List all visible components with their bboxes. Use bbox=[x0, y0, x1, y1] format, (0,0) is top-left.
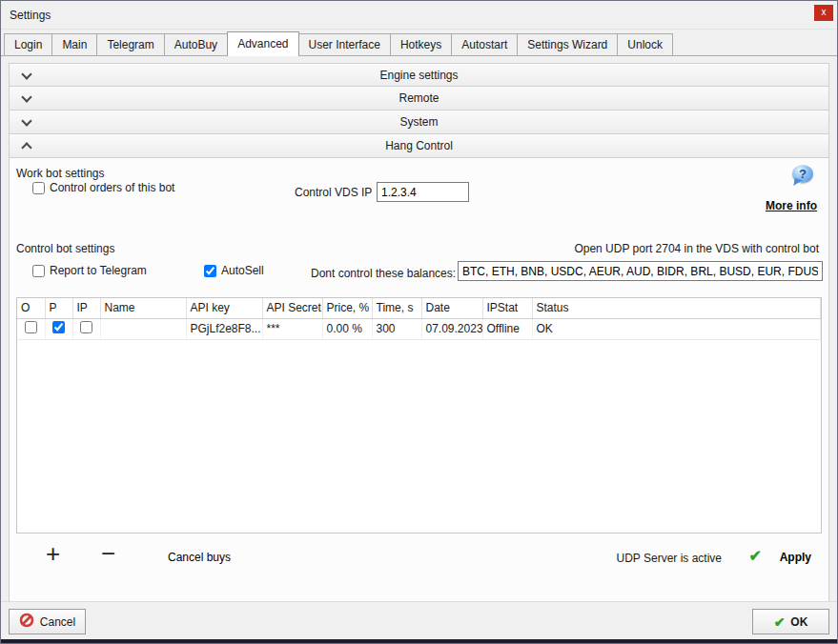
cell-api-secret: *** bbox=[262, 318, 322, 339]
column-header-price[interactable]: Price, % bbox=[322, 298, 372, 318]
control-vds-ip-label: Control VDS IP bbox=[295, 186, 372, 199]
section-header-hang-control[interactable]: Hang Control bbox=[9, 134, 829, 158]
hang-control-panel: Work bot settings Control orders of this… bbox=[9, 158, 829, 603]
dialog-button-bar: Cancel ✔ OK bbox=[1, 601, 837, 643]
column-header-ipstat[interactable]: IPStat bbox=[482, 298, 532, 318]
cell-name bbox=[100, 318, 186, 339]
control-orders-checkbox[interactable] bbox=[32, 182, 45, 194]
udp-port-note: Open UDP port 2704 in the VDS with contr… bbox=[574, 242, 819, 255]
window-title: Settings bbox=[10, 9, 51, 22]
cell-api-key: PGjLf2e8F8... bbox=[186, 318, 262, 339]
question-glyph: ? bbox=[799, 167, 807, 181]
control-vds-ip-input[interactable] bbox=[377, 182, 469, 202]
column-header-name[interactable]: Name bbox=[100, 298, 186, 318]
row-p-checkbox[interactable] bbox=[52, 321, 65, 333]
column-header-status[interactable]: Status bbox=[532, 298, 821, 318]
column-header-ip[interactable]: IP bbox=[72, 298, 100, 318]
udp-server-status-text: UDP Server is active bbox=[617, 552, 722, 565]
section-header-system[interactable]: System bbox=[9, 111, 829, 134]
column-header-date[interactable]: Date bbox=[421, 298, 482, 318]
section-label: Hang Control bbox=[385, 139, 453, 152]
cancel-button[interactable]: Cancel bbox=[9, 609, 86, 634]
close-button[interactable]: x bbox=[814, 5, 833, 21]
autosell-checkbox[interactable] bbox=[204, 265, 216, 277]
ok-button-label: OK bbox=[790, 615, 807, 629]
settings-sections: Engine settings Remote System Hang Contr… bbox=[9, 63, 829, 603]
chevron-down-icon bbox=[21, 91, 31, 102]
help-icon[interactable]: ? bbox=[792, 165, 813, 183]
autosell-option: AutoSell bbox=[204, 264, 264, 277]
section-label: System bbox=[399, 115, 438, 129]
control-bots-table: O P IP Name API key API Secret Price, % … bbox=[16, 297, 822, 533]
report-to-telegram-checkbox[interactable] bbox=[32, 265, 45, 277]
settings-window: Settings x Login Main Telegram AutoBuy A… bbox=[0, 0, 838, 644]
balances-label: Dont control these balances: bbox=[311, 267, 456, 280]
more-info-link[interactable]: More info bbox=[766, 199, 817, 212]
window-bottom-edge bbox=[1, 639, 837, 643]
ok-check-icon: ✔ bbox=[774, 614, 786, 630]
section-label: Remote bbox=[399, 91, 439, 105]
cancel-button-label: Cancel bbox=[40, 615, 75, 629]
report-to-telegram-option: Report to Telegram bbox=[32, 264, 147, 277]
chevron-down-icon bbox=[21, 115, 31, 126]
tab-login[interactable]: Login bbox=[4, 33, 52, 55]
cell-time: 300 bbox=[372, 318, 421, 339]
section-header-remote[interactable]: Remote bbox=[9, 87, 829, 111]
tab-telegram[interactable]: Telegram bbox=[96, 33, 164, 55]
chevron-up-icon bbox=[21, 142, 31, 152]
chevron-down-icon bbox=[21, 69, 31, 79]
tab-hotkeys[interactable]: Hotkeys bbox=[390, 33, 452, 55]
panel-footer: + − Cancel buys UDP Server is active ✔ A… bbox=[10, 543, 828, 577]
control-bot-settings-title: Control bot settings bbox=[16, 242, 114, 255]
tab-advanced[interactable]: Advanced bbox=[227, 31, 298, 56]
cell-price: 0.00 % bbox=[322, 318, 372, 339]
cancel-buys-button[interactable]: Cancel buys bbox=[168, 551, 231, 564]
tab-settings-wizard[interactable]: Settings Wizard bbox=[517, 33, 618, 55]
column-header-api-key[interactable]: API key bbox=[186, 298, 262, 318]
work-bot-settings-title: Work bot settings bbox=[16, 167, 104, 180]
column-header-o[interactable]: O bbox=[17, 298, 45, 318]
column-header-time[interactable]: Time, s bbox=[372, 298, 421, 318]
tab-user-interface[interactable]: User Interface bbox=[298, 33, 391, 55]
cell-date: 07.09.2023 bbox=[421, 318, 482, 339]
column-header-p[interactable]: P bbox=[45, 298, 72, 318]
table-header-row: O P IP Name API key API Secret Price, % … bbox=[17, 298, 821, 318]
control-orders-label: Control orders of this bot bbox=[50, 181, 174, 194]
titlebar: Settings x bbox=[1, 1, 837, 30]
tab-bar: Login Main Telegram AutoBuy Advanced Use… bbox=[1, 30, 837, 56]
apply-button[interactable]: Apply bbox=[780, 551, 811, 564]
row-ip-checkbox[interactable] bbox=[80, 321, 92, 333]
column-header-api-secret[interactable]: API Secret bbox=[262, 298, 322, 318]
cell-status: OK bbox=[532, 318, 821, 339]
tab-main[interactable]: Main bbox=[51, 33, 97, 55]
tab-autostart[interactable]: Autostart bbox=[451, 33, 518, 55]
control-orders-option: Control orders of this bot bbox=[32, 181, 174, 194]
table-row[interactable]: PGjLf2e8F8... *** 0.00 % 300 07.09.2023 … bbox=[17, 318, 821, 339]
cancel-prohibition-icon bbox=[19, 613, 34, 631]
report-to-telegram-label: Report to Telegram bbox=[50, 264, 147, 277]
tab-unlock[interactable]: Unlock bbox=[617, 33, 673, 55]
udp-active-check-icon: ✔ bbox=[749, 547, 762, 565]
autosell-label: AutoSell bbox=[221, 264, 264, 277]
balances-input[interactable] bbox=[458, 261, 823, 281]
ok-button[interactable]: ✔ OK bbox=[752, 609, 829, 634]
cell-ipstat: Offline bbox=[482, 318, 532, 339]
remove-bot-button[interactable]: − bbox=[101, 539, 115, 569]
add-bot-button[interactable]: + bbox=[46, 539, 60, 569]
row-o-checkbox[interactable] bbox=[25, 321, 37, 333]
section-label: Engine settings bbox=[379, 69, 458, 82]
section-header-engine-settings[interactable]: Engine settings bbox=[9, 63, 829, 87]
tab-autobuy[interactable]: AutoBuy bbox=[164, 33, 228, 55]
close-icon: x bbox=[822, 7, 827, 17]
